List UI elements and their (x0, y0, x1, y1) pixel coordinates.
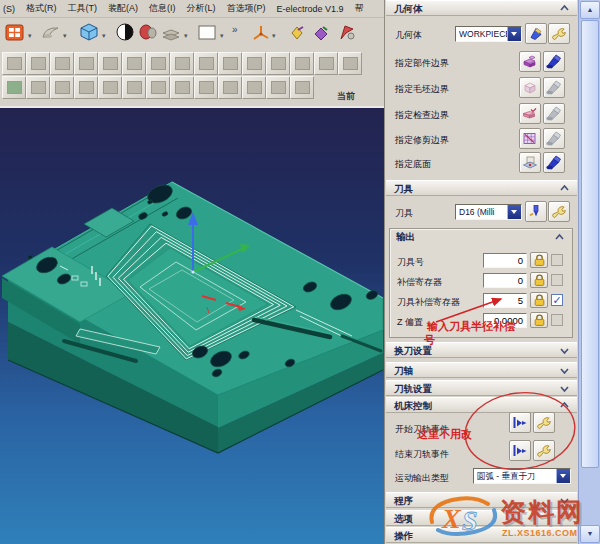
toolbar-button[interactable] (290, 52, 314, 75)
chevron-up-icon[interactable] (559, 3, 570, 14)
operation-icon-purple[interactable] (310, 22, 334, 46)
menu-item[interactable]: (S) (3, 4, 15, 14)
start-event-wrench-button[interactable] (533, 412, 555, 433)
csys-icon[interactable] (250, 22, 274, 46)
lock-icon-button[interactable] (530, 312, 548, 328)
part-boundary-icon-button[interactable] (519, 51, 541, 72)
shell-icon[interactable] (40, 22, 64, 46)
toolbar-button[interactable] (218, 52, 242, 75)
section-header-geometry[interactable]: 几何体 (386, 0, 577, 16)
tool-comp-register-checkbox-checked[interactable]: ✓ (551, 294, 563, 306)
section-header-actions[interactable]: 操作 (386, 527, 577, 543)
scroll-down-button[interactable]: ▼ (580, 525, 600, 543)
menu-item-electrode[interactable]: E-electrode V1.9 (277, 4, 344, 14)
toolbar-button[interactable] (194, 76, 218, 99)
tool-dropdown[interactable]: D16 (Milli (455, 204, 522, 220)
toolbar-button[interactable] (338, 52, 362, 75)
toolbar-button[interactable] (266, 76, 290, 99)
toolbar-button[interactable] (266, 52, 290, 75)
toolbar-button[interactable] (98, 76, 122, 99)
edit-start-event-button[interactable] (509, 412, 531, 433)
toolbar-button[interactable] (218, 76, 242, 99)
toolbar-button[interactable] (2, 76, 26, 99)
toolbar-button[interactable] (2, 52, 26, 75)
menu-item-info[interactable]: 信息(I) (149, 2, 176, 15)
menu-item-preferences[interactable]: 首选项(P) (227, 2, 266, 15)
toolbar-button[interactable] (50, 52, 74, 75)
chevron-up-icon[interactable] (559, 183, 570, 194)
select-tool-button[interactable] (525, 201, 547, 222)
edit-tool-button[interactable] (548, 201, 570, 222)
display-floor-button[interactable] (543, 152, 565, 173)
toolbar-button[interactable] (146, 76, 170, 99)
section-header-path-settings[interactable]: 刀轨设置 (386, 380, 577, 396)
toolbar-button[interactable] (170, 76, 194, 99)
toolbar-button[interactable] (98, 52, 122, 75)
comp-register-field[interactable]: 0 (483, 273, 527, 288)
dropdown-arrow-icon[interactable] (507, 205, 521, 219)
chevron-down-icon[interactable] (559, 365, 570, 376)
section-header-tool-axis[interactable]: 刀轴 (386, 362, 577, 378)
menu-item-analysis[interactable]: 分析(L) (187, 2, 216, 15)
toolbar-button[interactable] (74, 76, 98, 99)
blank-boundary-icon-button[interactable] (519, 77, 541, 98)
section-header-program[interactable]: 程序 (386, 492, 577, 508)
toolbar-overflow-chevron[interactable]: » (232, 24, 238, 35)
check-boundary-icon-button[interactable] (519, 103, 541, 124)
operation-icon-gold[interactable] (286, 22, 310, 46)
panel-scrollbar[interactable]: ▲ ▼ (578, 0, 600, 544)
chevron-down-icon[interactable] (559, 345, 570, 356)
lock-icon-button[interactable] (530, 292, 548, 308)
trim-boundary-icon-button[interactable] (519, 128, 541, 149)
menu-item-format[interactable]: 格式(R) (26, 2, 57, 15)
toolbar-button[interactable] (170, 52, 194, 75)
lock-icon-button[interactable] (530, 252, 548, 268)
chevron-down-icon[interactable] (559, 383, 570, 394)
toolbar-button[interactable] (26, 76, 50, 99)
chevron-up-icon[interactable] (554, 232, 565, 243)
menu-item-help[interactable]: 帮 (355, 2, 364, 15)
edit-end-event-button[interactable] (509, 440, 531, 461)
chevron-down-icon[interactable] (559, 495, 570, 506)
toolbar-button[interactable] (242, 52, 266, 75)
part-display-icon[interactable] (137, 22, 161, 46)
floor-icon-button[interactable] (519, 152, 541, 173)
toolbar-button[interactable] (290, 76, 314, 99)
toolbar-button[interactable] (314, 52, 338, 75)
toolbar-button[interactable] (194, 52, 218, 75)
tool-comp-register-field[interactable]: 5 (483, 293, 527, 308)
operation-icon-red[interactable] (336, 22, 360, 46)
select-workpiece-button[interactable] (525, 23, 547, 44)
section-header-tool[interactable]: 刀具 (386, 180, 577, 196)
toolbar-button[interactable] (122, 52, 146, 75)
toolbar-button[interactable] (50, 76, 74, 99)
scroll-up-button[interactable]: ▲ (580, 1, 600, 19)
section-header-machine-control[interactable]: 机床控制 (386, 397, 577, 413)
section-header-tool-change[interactable]: 换刀设置 (386, 342, 577, 358)
graphics-viewport[interactable] (0, 106, 384, 544)
toolbar-button[interactable] (26, 52, 50, 75)
z-offset-field[interactable]: 0.0000 (483, 313, 527, 328)
end-event-wrench-button[interactable] (533, 440, 555, 461)
shaded-display-icon[interactable] (114, 22, 138, 46)
lock-icon-button[interactable] (530, 272, 548, 288)
toolbar-button[interactable] (74, 52, 98, 75)
toolbar-button[interactable] (242, 76, 266, 99)
chevron-up-icon[interactable] (559, 400, 570, 411)
workpiece-dropdown[interactable]: WORKPIECE (455, 26, 522, 42)
layers-icon[interactable] (160, 22, 184, 46)
tool-number-field[interactable]: 0 (483, 253, 527, 268)
edit-workpiece-button[interactable] (548, 23, 570, 44)
toolbar-button[interactable] (146, 52, 170, 75)
scrollbar-thumb[interactable] (581, 20, 599, 468)
display-part-boundary-button[interactable] (543, 51, 565, 72)
layout-icon[interactable] (4, 22, 28, 46)
dropdown-arrow-icon[interactable] (556, 469, 570, 483)
menu-item-tools[interactable]: 工具(T) (68, 2, 98, 15)
section-header-options[interactable]: 选项 (386, 510, 577, 526)
isometric-view-icon[interactable] (78, 22, 102, 46)
menu-item-assembly[interactable]: 装配(A) (108, 2, 138, 15)
toolbar-button[interactable] (122, 76, 146, 99)
motion-output-dropdown[interactable]: 圆弧 - 垂直于刀 (473, 468, 571, 484)
window-icon[interactable] (196, 22, 220, 46)
